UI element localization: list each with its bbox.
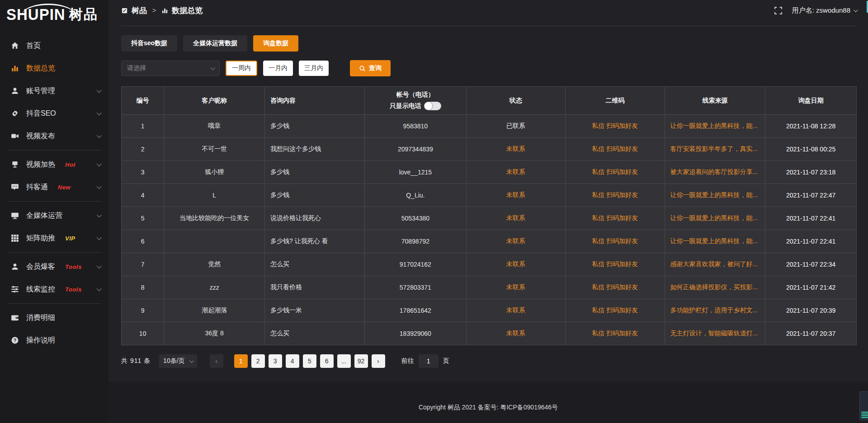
account-phone: 572803371: [365, 276, 466, 299]
sidebar-item-member[interactable]: 会员爆客Tools: [0, 255, 108, 278]
sidebar-item-home[interactable]: 首页: [0, 34, 108, 57]
sidebar-item-help[interactable]: ?操作说明: [0, 329, 108, 352]
range-button[interactable]: 三月内: [299, 61, 329, 76]
sidebar-item-user[interactable]: 账号管理: [0, 80, 108, 102]
sidebar-item-consume[interactable]: 消费明细: [0, 306, 108, 329]
inquiry-content: 多少钱? 让我死心 看: [265, 230, 365, 253]
lead-source-link[interactable]: 让你一眼就爱上的黑科技，能...: [665, 207, 765, 230]
chevron-down-icon: [97, 235, 102, 240]
page-button-2[interactable]: 2: [251, 354, 265, 368]
page-button-...[interactable]: ...: [337, 354, 351, 368]
qr-add-friend-link[interactable]: 私信 扫码加好友: [566, 230, 665, 253]
qr-add-friend-link[interactable]: 私信 扫码加好友: [566, 276, 665, 299]
tab-抖音seo数据[interactable]: 抖音seo数据: [121, 35, 177, 52]
sidebar-item-chart[interactable]: 数据总览: [0, 57, 108, 80]
main-area: 树品 > 数据总览 用户名: zswodun88 抖音seo数据全媒体运营数据询…: [108, 0, 868, 423]
goto-page-input[interactable]: [419, 354, 439, 368]
sidebar-item-chat[interactable]: 抖客通New: [0, 176, 108, 198]
inquiry-content: 多少钱: [265, 184, 365, 207]
lead-source-link[interactable]: 如何正确选择投影仪，买投影...: [665, 276, 765, 299]
inquiry-date: 2021-11-07 22:34: [765, 253, 857, 276]
page-buttons: 123456...92: [234, 354, 368, 368]
lead-source-link[interactable]: 客厅安装投影半年多了，真实...: [665, 138, 765, 161]
toggle-knob: [425, 102, 432, 110]
lead-source-link[interactable]: 无主灯设计，智能磁吸轨道灯...: [665, 322, 765, 345]
sidebar-item-video[interactable]: 视频发布: [0, 125, 108, 147]
page-button-4[interactable]: 4: [286, 354, 299, 368]
qr-add-friend-link[interactable]: 私信 扫码加好友: [566, 184, 665, 207]
table-row: 5当地比较能吃的一位美女说说价格让我死心50534380未联系私信 扫码加好友让…: [122, 207, 857, 230]
sidebar-divider: [7, 303, 101, 304]
monitor-icon: [11, 285, 19, 293]
phone-only-label: 只显示电话: [390, 102, 421, 110]
sidebar-item-gear[interactable]: 抖音SEO: [0, 102, 108, 125]
qr-add-friend-link[interactable]: 私信 扫码加好友: [566, 299, 665, 322]
tab-询盘数据[interactable]: 询盘数据: [253, 35, 298, 52]
phone-only-toggle[interactable]: [424, 102, 441, 110]
page-button-92[interactable]: 92: [354, 354, 368, 368]
range-button[interactable]: 一周内: [226, 61, 257, 76]
topbar: 树品 > 数据总览 用户名: zswodun88: [108, 0, 868, 21]
chevron-down-icon: [854, 8, 858, 12]
sidebar-item-matrix[interactable]: 矩阵助推VIP: [0, 227, 108, 249]
prev-page-button[interactable]: ‹: [210, 354, 223, 368]
row-number: 4: [122, 184, 164, 207]
customer-nickname: 潮起潮落: [164, 299, 265, 322]
breadcrumb-home[interactable]: 树品: [132, 5, 147, 16]
customer-nickname: 觉然: [164, 253, 265, 276]
qr-add-friend-link[interactable]: 私信 扫码加好友: [566, 322, 665, 345]
lead-source-link[interactable]: 让你一眼就爱上的黑科技，能...: [665, 184, 765, 207]
status-label: 未联系: [466, 161, 566, 184]
query-button[interactable]: 查询: [350, 60, 391, 76]
table-row: 6多少钱? 让我死心 看70898792未联系私信 扫码加好友让你一眼就爱上的黑…: [122, 230, 857, 253]
account-phone: Q_Liu.: [365, 184, 466, 207]
data-tabs: 抖音seo数据全媒体运营数据询盘数据: [121, 35, 857, 52]
col-account-phone: 帐号（电话） 只显示电话: [365, 87, 466, 115]
tab-全媒体运营数据[interactable]: 全媒体运营数据: [183, 35, 247, 52]
topbar-right: 用户名: zswodun88: [774, 6, 857, 15]
next-page-button[interactable]: ›: [372, 354, 385, 368]
chevron-down-icon: [97, 263, 102, 268]
row-number: 2: [122, 138, 164, 161]
query-button-label: 查询: [369, 64, 382, 72]
status-label: 未联系: [466, 253, 566, 276]
sidebar-divider: [7, 150, 101, 150]
page-button-3[interactable]: 3: [269, 354, 282, 368]
inquiry-content: 多少钱: [265, 115, 365, 138]
page-button-6[interactable]: 6: [320, 354, 334, 368]
sidebar-item-media[interactable]: 全媒体运营: [0, 204, 108, 227]
goto-page: 前往 页: [401, 354, 449, 368]
fullscreen-icon[interactable]: [774, 7, 782, 14]
qr-add-friend-link[interactable]: 私信 扫码加好友: [566, 207, 665, 230]
lead-source-link[interactable]: 让你一眼就爱上的黑科技，能...: [665, 230, 765, 253]
qr-add-friend-link[interactable]: 私信 扫码加好友: [566, 138, 665, 161]
lead-source-link[interactable]: 被大家追着问的客厅投影分享...: [665, 161, 765, 184]
account-phone: 50534380: [365, 207, 466, 230]
page-button-1[interactable]: 1: [234, 354, 248, 368]
qr-add-friend-link[interactable]: 私信 扫码加好友: [566, 161, 665, 184]
sidebar-item-heat[interactable]: 视频加热Hot: [0, 153, 108, 176]
sidebar-item-monitor[interactable]: 线索监控Tools: [0, 278, 108, 301]
page-button-5[interactable]: 5: [303, 354, 316, 368]
corner-widget[interactable]: [859, 391, 868, 420]
page-size-select[interactable]: 10条/页: [159, 354, 197, 368]
filter-select[interactable]: 请选择: [121, 61, 220, 76]
chevron-down-icon: [97, 212, 102, 217]
sidebar-item-label: 线索监控: [26, 285, 55, 294]
status-label: 未联系: [466, 207, 566, 230]
inquiry-date: 2021-11-07 22:41: [765, 230, 857, 253]
qr-add-friend-link[interactable]: 私信 扫码加好友: [566, 253, 665, 276]
status-label: 未联系: [466, 138, 566, 161]
lead-source-link[interactable]: 让你一眼就爱上的黑科技，能...: [665, 115, 765, 138]
row-number: 5: [122, 207, 164, 230]
customer-nickname: L: [164, 184, 265, 207]
next-arrow: ›: [377, 357, 379, 365]
lead-source-link[interactable]: 多功能护栏灯，适用于乡村文...: [665, 299, 765, 322]
user-menu[interactable]: 用户名: zswodun88: [792, 6, 857, 15]
qr-add-friend-link[interactable]: 私信 扫码加好友: [566, 115, 665, 138]
table-row: 8zzz我只看价格572803371未联系私信 扫码加好友如何正确选择投影仪，买…: [122, 276, 857, 299]
lead-source-link[interactable]: 感谢大家喜欢我家，被问了好...: [665, 253, 765, 276]
chart-icon: [11, 64, 19, 72]
range-button[interactable]: 一月内: [263, 61, 293, 76]
chevron-down-icon: [97, 286, 102, 291]
